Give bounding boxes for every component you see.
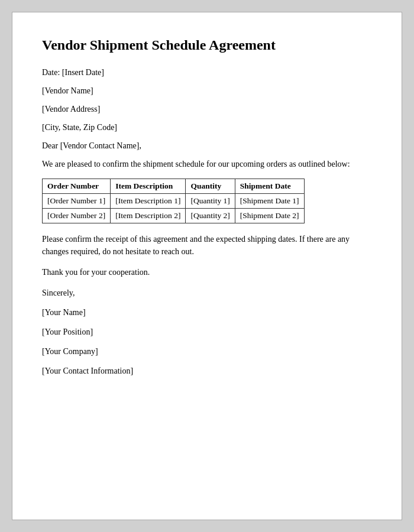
- table-cell: [Shipment Date 2]: [235, 209, 304, 223]
- table-header-row: Order Number Item Description Quantity S…: [43, 179, 305, 194]
- shipment-table: Order Number Item Description Quantity S…: [42, 179, 305, 223]
- table-cell: [Item Description 2]: [111, 209, 186, 223]
- your-name: [Your Name]: [42, 306, 372, 319]
- your-position: [Your Position]: [42, 326, 372, 338]
- vendor-address: [Vendor Address]: [42, 103, 372, 115]
- col-header-order-number: Order Number: [43, 179, 111, 194]
- col-header-shipment-date: Shipment Date: [235, 179, 304, 194]
- table-cell: [Order Number 1]: [43, 194, 111, 209]
- your-company: [Your Company]: [42, 345, 372, 358]
- city-state-zip: [City, State, Zip Code]: [42, 121, 372, 134]
- salutation: Dear [Vendor Contact Name],: [42, 140, 372, 152]
- table-body: [Order Number 1][Item Description 1][Qua…: [43, 194, 305, 223]
- shipment-table-container: Order Number Item Description Quantity S…: [42, 179, 372, 223]
- closing-paragraph: Please confirm the receipt of this agree…: [42, 233, 372, 258]
- table-row: [Order Number 1][Item Description 1][Qua…: [43, 194, 305, 209]
- vendor-name: [Vendor Name]: [42, 85, 372, 97]
- table-cell: [Quantity 2]: [186, 209, 235, 223]
- signature-block: Sincerely, [Your Name] [Your Position] […: [42, 287, 372, 377]
- thank-you: Thank you for your cooperation.: [42, 266, 372, 278]
- document-title: Vendor Shipment Schedule Agreement: [42, 36, 372, 54]
- table-row: [Order Number 2][Item Description 2][Qua…: [43, 209, 305, 223]
- intro-paragraph: We are pleased to confirm the shipment s…: [42, 158, 372, 170]
- col-header-item-description: Item Description: [111, 179, 186, 194]
- your-contact: [Your Contact Information]: [42, 365, 372, 377]
- table-cell: [Order Number 2]: [43, 209, 111, 223]
- sincerely: Sincerely,: [42, 287, 372, 299]
- table-cell: [Item Description 1]: [111, 194, 186, 209]
- col-header-quantity: Quantity: [186, 179, 235, 194]
- date-line: Date: [Insert Date]: [42, 66, 372, 79]
- table-cell: [Quantity 1]: [186, 194, 235, 209]
- table-cell: [Shipment Date 1]: [235, 194, 304, 209]
- document-page: Vendor Shipment Schedule Agreement Date:…: [12, 12, 402, 520]
